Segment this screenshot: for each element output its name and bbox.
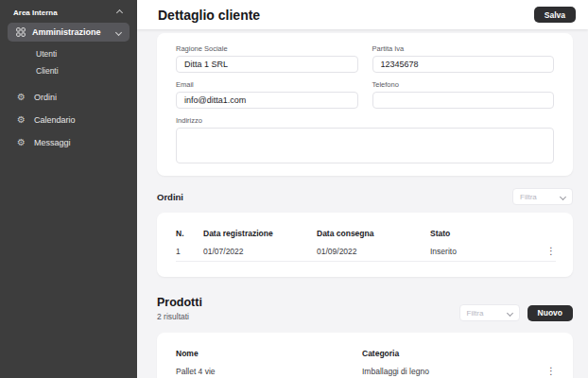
order-delivery-date: 01/09/2022 xyxy=(317,247,430,256)
messaggi-icon: ⚙ xyxy=(16,138,26,147)
sidebar: Area Interna Amministrazione Utenti Clie… xyxy=(0,0,137,378)
sidebar-item-label: Ordini xyxy=(34,93,57,102)
telefono-input[interactable] xyxy=(372,92,555,109)
sidebar-item-label: Calendario xyxy=(34,115,76,125)
field-ragione-sociale: Ragione Sociale xyxy=(176,44,358,73)
partita-iva-input[interactable] xyxy=(372,56,555,73)
col-data-registrazione: Data registrazione xyxy=(203,229,317,238)
chevron-up-icon xyxy=(116,9,123,16)
product-name: Pallet 4 vie xyxy=(176,367,362,376)
orders-table-header: N. Data registrazione Data consegna Stat… xyxy=(176,225,556,242)
products-filter-select[interactable]: Filtra xyxy=(459,304,520,321)
telefono-label: Telefono xyxy=(372,80,555,89)
sidebar-menu: ⚙ Ordini ⚙ Calendario ⚙ Messaggi xyxy=(0,86,137,154)
col-n: N. xyxy=(176,229,203,238)
products-table-card: Nome Categoria Pallet 4 vie Imballaggi d… xyxy=(157,333,573,378)
sidebar-item-amministrazione[interactable]: Amministrazione xyxy=(8,23,130,42)
col-stato: Stato xyxy=(430,229,546,238)
sidebar-item-ordini[interactable]: ⚙ Ordini xyxy=(0,86,137,109)
products-section-header: Prodotti 2 risultati Filtra Nuovo xyxy=(157,296,573,321)
col-data-consegna: Data consegna xyxy=(317,229,430,238)
table-row[interactable]: 1 01/07/2022 01/09/2022 Inserito ⋮ xyxy=(176,242,556,262)
col-nome: Nome xyxy=(176,349,362,358)
email-input[interactable] xyxy=(176,92,358,109)
orders-section-header: Ordini Filtra xyxy=(157,188,573,205)
chevron-down-icon xyxy=(560,193,566,199)
sidebar-item-label: Amministrazione xyxy=(32,27,101,37)
save-button[interactable]: Salva xyxy=(534,7,576,23)
page-title: Dettaglio cliente xyxy=(158,8,260,23)
sidebar-group-header[interactable]: Area Interna xyxy=(0,5,137,20)
page-content: Ragione Sociale Partita Iva Email Telefo… xyxy=(137,29,588,378)
sidebar-item-messaggi[interactable]: ⚙ Messaggi xyxy=(0,131,137,154)
indirizzo-textarea[interactable] xyxy=(176,128,554,163)
new-product-button[interactable]: Nuovo xyxy=(527,305,573,321)
field-telefono: Telefono xyxy=(372,80,555,109)
ordini-icon: ⚙ xyxy=(16,93,26,102)
page-header: Dettaglio cliente Salva xyxy=(137,0,588,29)
order-status: Inserito xyxy=(430,247,546,256)
kebab-menu-icon[interactable]: ⋮ xyxy=(546,367,556,376)
products-table-header: Nome Categoria xyxy=(176,345,556,362)
field-indirizzo: Indirizzo xyxy=(176,116,554,163)
partita-iva-label: Partita Iva xyxy=(372,44,555,53)
sidebar-item-label: Messaggi xyxy=(34,138,71,147)
ragione-sociale-label: Ragione Sociale xyxy=(176,44,358,53)
sidebar-group-label: Area Interna xyxy=(13,9,58,17)
orders-filter-placeholder: Filtra xyxy=(520,193,537,201)
sidebar-item-calendario[interactable]: ⚙ Calendario xyxy=(0,109,137,131)
product-category: Imballaggi di legno xyxy=(362,367,546,376)
orders-table-card: N. Data registrazione Data consegna Stat… xyxy=(157,213,573,277)
calendario-icon: ⚙ xyxy=(16,115,26,125)
order-registration-date: 01/07/2022 xyxy=(203,247,317,256)
products-filter-placeholder: Filtra xyxy=(467,309,484,318)
table-row[interactable]: Pallet 4 vie Imballaggi di legno ⋮ xyxy=(176,362,556,378)
products-title-block: Prodotti 2 risultati xyxy=(157,296,202,321)
order-number: 1 xyxy=(176,247,203,256)
chevron-down-icon xyxy=(115,28,122,35)
orders-filter-select[interactable]: Filtra xyxy=(512,188,573,205)
grid-icon xyxy=(16,27,26,37)
sidebar-submenu: Utenti Clienti xyxy=(0,45,137,79)
email-label: Email xyxy=(176,80,358,89)
main-area: Dettaglio cliente Salva Ragione Sociale … xyxy=(137,0,588,378)
products-results-count: 2 risultati xyxy=(157,312,202,321)
indirizzo-label: Indirizzo xyxy=(176,116,554,125)
sidebar-item-utenti[interactable]: Utenti xyxy=(0,45,137,62)
client-form-card: Ragione Sociale Partita Iva Email Telefo… xyxy=(157,33,573,176)
sidebar-item-clienti[interactable]: Clienti xyxy=(0,62,137,79)
field-email: Email xyxy=(176,80,358,109)
ragione-sociale-input[interactable] xyxy=(176,56,358,73)
col-categoria: Categoria xyxy=(362,349,546,358)
chevron-down-icon xyxy=(507,309,513,316)
products-actions: Filtra Nuovo xyxy=(459,304,573,321)
products-section-title: Prodotti xyxy=(157,296,202,309)
field-partita-iva: Partita Iva xyxy=(372,44,555,73)
kebab-menu-icon[interactable]: ⋮ xyxy=(546,247,556,256)
orders-section-label: Ordini xyxy=(157,192,183,202)
